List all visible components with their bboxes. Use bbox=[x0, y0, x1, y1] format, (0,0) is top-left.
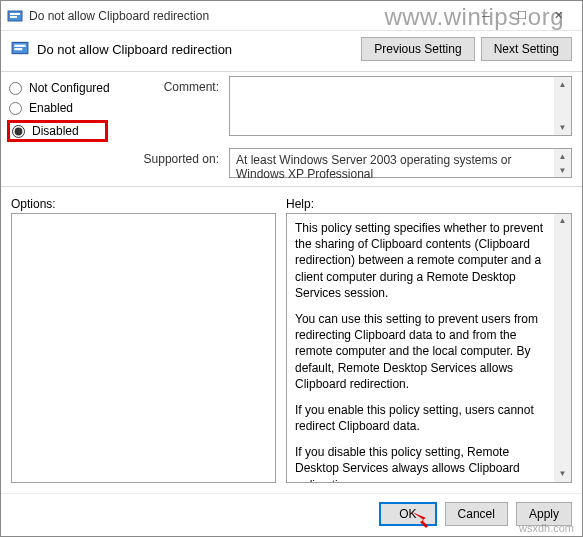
scroll-up-icon[interactable]: ▲ bbox=[554, 149, 571, 163]
help-paragraph: If you enable this policy setting, users… bbox=[295, 402, 551, 434]
scroll-down-icon[interactable]: ▼ bbox=[554, 120, 571, 135]
help-pane[interactable]: This policy setting specifies whether to… bbox=[286, 213, 572, 483]
state-radio-group: Not Configured Enabled Disabled bbox=[7, 76, 127, 142]
comment-label: Comment: bbox=[137, 76, 219, 142]
cancel-button[interactable]: Cancel bbox=[445, 502, 508, 526]
help-label: Help: bbox=[286, 197, 314, 211]
supported-on-field: At least Windows Server 2003 operating s… bbox=[229, 148, 572, 178]
options-label: Options: bbox=[11, 197, 276, 211]
scrollbar[interactable]: ▲ ▼ bbox=[554, 214, 571, 482]
close-button[interactable]: ✕ bbox=[540, 5, 576, 27]
policy-icon bbox=[11, 39, 29, 60]
policy-icon bbox=[7, 8, 23, 24]
maximize-button[interactable]: ☐ bbox=[504, 5, 540, 27]
svg-rect-5 bbox=[14, 48, 22, 50]
scrollbar[interactable]: ▲ ▼ bbox=[554, 77, 571, 135]
options-pane bbox=[11, 213, 276, 483]
scrollbar[interactable]: ▲ ▼ bbox=[554, 149, 571, 177]
scroll-up-icon[interactable]: ▲ bbox=[554, 77, 571, 92]
next-setting-button[interactable]: Next Setting bbox=[481, 37, 572, 61]
radio-label: Not Configured bbox=[29, 81, 110, 95]
scroll-up-icon[interactable]: ▲ bbox=[554, 214, 571, 229]
divider bbox=[1, 186, 582, 187]
titlebar: Do not allow Clipboard redirection ─ ☐ ✕ bbox=[1, 1, 582, 31]
help-paragraph: You can use this setting to prevent user… bbox=[295, 311, 551, 392]
window-title: Do not allow Clipboard redirection bbox=[29, 9, 468, 23]
svg-rect-2 bbox=[10, 16, 17, 18]
help-paragraph: If you disable this policy setting, Remo… bbox=[295, 444, 551, 483]
dialog-footer: OK Cancel Apply bbox=[1, 493, 582, 536]
ok-button[interactable]: OK bbox=[379, 502, 436, 526]
apply-button[interactable]: Apply bbox=[516, 502, 572, 526]
previous-setting-button[interactable]: Previous Setting bbox=[361, 37, 474, 61]
minimize-button[interactable]: ─ bbox=[468, 5, 504, 27]
svg-rect-4 bbox=[14, 44, 25, 46]
policy-name: Do not allow Clipboard redirection bbox=[37, 42, 361, 57]
divider bbox=[1, 71, 582, 72]
highlight-box: Disabled bbox=[7, 120, 108, 142]
radio-not-configured[interactable]: Not Configured bbox=[7, 78, 127, 98]
comment-textarea[interactable]: ▲ ▼ bbox=[229, 76, 572, 136]
header-row: Do not allow Clipboard redirection Previ… bbox=[1, 31, 582, 65]
radio-label: Disabled bbox=[32, 124, 79, 138]
supported-on-value: At least Windows Server 2003 operating s… bbox=[236, 153, 511, 181]
radio-enabled[interactable]: Enabled bbox=[7, 98, 127, 118]
scroll-down-icon[interactable]: ▼ bbox=[554, 467, 571, 482]
help-paragraph: This policy setting specifies whether to… bbox=[295, 220, 551, 301]
supported-label: Supported on: bbox=[137, 148, 219, 178]
radio-label: Enabled bbox=[29, 101, 73, 115]
svg-rect-1 bbox=[10, 13, 20, 15]
radio-disabled[interactable]: Disabled bbox=[12, 124, 79, 138]
scroll-down-icon[interactable]: ▼ bbox=[554, 163, 571, 177]
